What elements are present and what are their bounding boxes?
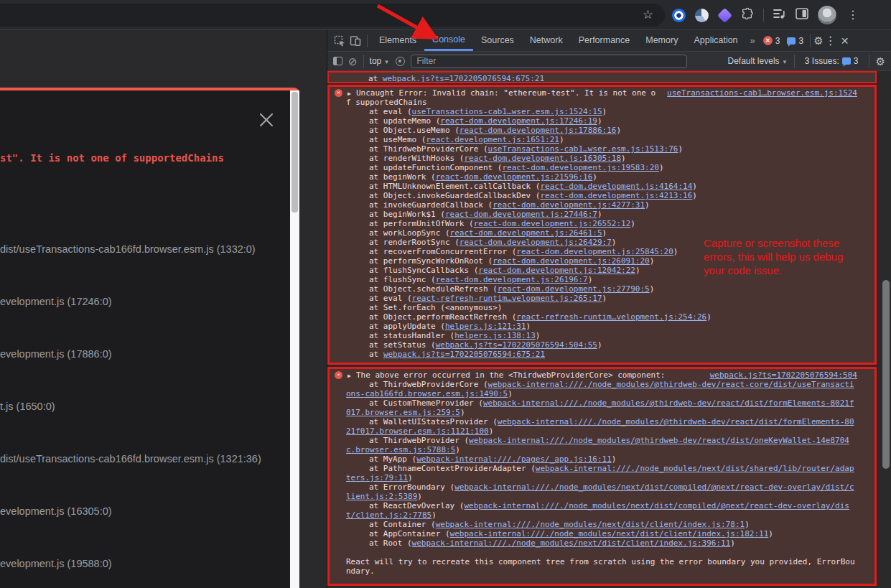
stack-frame: at beginWork (react-dom.development.js:2… <box>346 172 857 182</box>
overlay-scrollbar[interactable] <box>290 90 299 588</box>
devtools-close-icon[interactable]: ✕ <box>838 35 852 47</box>
source-link[interactable]: react-dom.development.js:26196:7 <box>436 275 588 284</box>
source-link[interactable]: react-dom.development.js:27790:5 <box>498 284 650 294</box>
frame-text: at workLoopSync ( <box>369 228 450 238</box>
media-controls-icon[interactable] <box>773 8 786 22</box>
source-link[interactable]: webpack-internal:///./node_modules/next/… <box>412 538 731 548</box>
tab-sources[interactable]: Sources <box>473 30 522 51</box>
source-link[interactable]: react-dom.development.js:27446:7 <box>445 210 597 219</box>
filter-input[interactable] <box>411 55 687 68</box>
extension-purple-diamond-icon[interactable] <box>717 7 732 22</box>
source-link[interactable]: webpack.js?ts=1702205076594:675:21 <box>383 350 545 359</box>
overlay-close-icon[interactable] <box>258 112 274 128</box>
source-link[interactable]: webpack-internal:///./pages/_app.js:16:1… <box>416 454 612 464</box>
tab-performance[interactable]: Performance <box>571 30 638 51</box>
stack-frame: at Set.forEach (<anonymous>) <box>346 303 857 312</box>
source-link[interactable]: helpers.js:138:13 <box>454 331 536 340</box>
frame-text: at ThirdwebProviderCore ( <box>369 144 488 154</box>
stack-frame: at eval (useTransactions-cab1…wser.esm.j… <box>346 107 857 116</box>
profile-avatar[interactable] <box>818 6 836 24</box>
tab-network[interactable]: Network <box>522 30 571 51</box>
console-sidebar-icon[interactable] <box>333 57 342 65</box>
source-link[interactable]: react-dom.development.js:19583:20 <box>502 163 659 172</box>
source-link[interactable]: react-dom.development.js:26552:12 <box>474 219 631 228</box>
device-toolbar-icon[interactable] <box>347 34 363 47</box>
error-message-text: useTransactions-cab1…browser.esm.js:1524… <box>346 88 857 107</box>
source-link[interactable]: webpack.js?ts=1702205076594:675:21 <box>383 74 544 83</box>
message-bubble-icon <box>787 37 796 45</box>
tab-elements[interactable]: Elements <box>371 30 424 51</box>
browser-toolbar: ☆ ⋮ <box>0 0 891 30</box>
source-link[interactable]: webpack-internal:///./node_modules/next/… <box>450 529 769 538</box>
live-expression-eye-icon[interactable] <box>396 57 405 66</box>
source-link[interactable]: react-dom.development.js:4213:16 <box>540 191 692 200</box>
error-circle-icon: ✕ <box>335 89 342 97</box>
frame-text: ) <box>612 454 617 464</box>
frame-text: ) <box>526 322 531 331</box>
source-link[interactable]: react-dom.development.js:12042:22 <box>478 266 635 275</box>
toolbar-divider <box>869 55 869 67</box>
expand-triangle-icon[interactable]: ▶ <box>347 89 351 98</box>
frame-text: at PathnameContextProviderAdapter ( <box>369 464 536 473</box>
source-link[interactable]: react-refresh-runtim…velopment.js:265:17 <box>412 294 602 303</box>
source-link[interactable]: react-dom.development.js:4277:31 <box>493 200 645 210</box>
source-link[interactable]: react-dom.development.js:26429:7 <box>460 238 612 247</box>
side-panel-icon[interactable] <box>796 8 808 22</box>
tab-memory[interactable]: Memory <box>638 30 686 51</box>
frame-text: ) <box>489 426 494 436</box>
source-link[interactable]: react-dom.development.js:25845:20 <box>516 247 673 256</box>
error-text: The above error occurred in the <Thirdwe… <box>356 370 665 380</box>
source-link[interactable]: webpack-internal:///./node_modules/next/… <box>436 520 745 529</box>
source-link[interactable]: useTransactions-cab1…wser.esm.js:1513:76 <box>488 144 678 154</box>
frame-text: ) <box>455 445 460 454</box>
browser-menu-icon[interactable]: ⋮ <box>846 9 860 21</box>
console-scrollbar-thumb[interactable] <box>882 280 890 469</box>
stack-frame: at Root (webpack-internal:///./node_modu… <box>346 538 857 548</box>
source-link[interactable]: react-dom.development.js:21596:16 <box>436 172 593 182</box>
extension-wallet-icon[interactable] <box>695 9 709 22</box>
message-count-badge[interactable]: 3 <box>783 36 807 46</box>
frame-text: at setStatus ( <box>369 340 436 350</box>
source-link[interactable]: useTransactions-cab1…wser.esm.js:1524:15 <box>412 107 602 116</box>
more-tabs-icon[interactable]: » <box>746 35 760 46</box>
tab-application[interactable]: Application <box>686 30 745 51</box>
source-link[interactable]: react-dom.development.js:26091:20 <box>493 256 650 266</box>
inspect-element-icon[interactable] <box>332 34 347 47</box>
source-link[interactable]: webpack.js?ts=1702205076594:504:55 <box>436 340 597 350</box>
source-link[interactable]: react.development.js:1651:21 <box>426 135 559 144</box>
toolbar-divider <box>363 55 364 67</box>
issues-counter[interactable]: 3 Issues: 3 <box>801 56 862 66</box>
console-settings-icon[interactable]: ⚙ <box>876 56 885 67</box>
overlay-scrollbar-thumb[interactable] <box>291 92 298 213</box>
source-link[interactable]: react-refresh-runtim…velopment.js:254:26 <box>516 312 706 322</box>
source-link[interactable]: webpack.js?ts=1702205076594:504 <box>700 370 857 380</box>
tab-console[interactable]: Console <box>424 30 473 51</box>
expand-triangle-icon[interactable]: ▶ <box>347 371 351 381</box>
stack-frame: at webpack.js?ts=1702205076594:675:21 <box>346 350 857 359</box>
source-link[interactable]: react-dom.development.js:26461:5 <box>450 228 602 238</box>
bookmark-star-icon[interactable]: ☆ <box>643 9 653 22</box>
source-link[interactable]: react-dom.development.js:16305:18 <box>464 154 621 163</box>
context-selector[interactable]: top ▼ <box>370 56 390 66</box>
clear-console-icon[interactable]: ⊘ <box>348 56 358 67</box>
frame-text: at updateFunctionComponent ( <box>369 163 502 172</box>
extension-blue-circle-icon[interactable] <box>672 9 686 22</box>
source-link[interactable]: useTransactions-cab1…browser.esm.js:1524 <box>657 88 857 98</box>
frame-text: ) <box>612 238 617 247</box>
address-bar[interactable]: ☆ <box>0 4 665 27</box>
source-link[interactable]: helpers.js:121:31 <box>445 322 526 331</box>
frame-text: ) <box>597 340 602 350</box>
source-link[interactable]: react-dom.development.js:17886:16 <box>460 126 617 135</box>
tabbar-divider <box>367 34 368 47</box>
stack-frame: at Object.useMemo (react-dom.development… <box>346 126 857 135</box>
error-count-badge[interactable]: ✕ 3 <box>760 36 784 46</box>
log-levels-dropdown[interactable]: Default levels ▼ <box>728 56 788 66</box>
stack-frame: at HTMLUnknownElement.callCallback (reac… <box>346 182 857 191</box>
frame-text: at updateMemo ( <box>369 116 440 126</box>
source-link[interactable]: react-dom.development.js:4164:14 <box>540 182 692 191</box>
devtools-settings-icon[interactable]: ⚙ <box>813 35 823 46</box>
source-link[interactable]: react-dom.development.js:17246:19 <box>440 116 597 126</box>
devtools-menu-icon[interactable]: ⋮ <box>824 35 838 47</box>
extensions-puzzle-icon[interactable] <box>741 7 754 23</box>
stack-trace: at eval (useTransactions-cab1…wser.esm.j… <box>346 107 857 359</box>
